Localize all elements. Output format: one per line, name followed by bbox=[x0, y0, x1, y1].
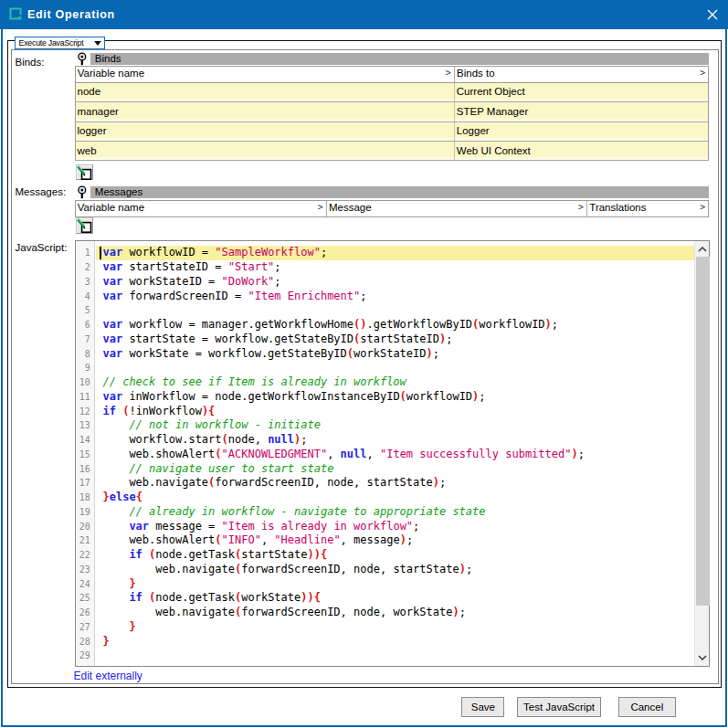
binds-to-cell: STEP Manager bbox=[457, 106, 528, 117]
operation-type-value: Execute JavaScript bbox=[19, 39, 84, 47]
operation-type-select[interactable]: Execute JavaScript bbox=[15, 37, 105, 49]
variable-name-cell: logger bbox=[78, 125, 107, 136]
column-sort-chevron-icon[interactable]: > bbox=[700, 68, 705, 78]
messages-pin-icon[interactable] bbox=[75, 185, 90, 200]
line-number: 21 bbox=[76, 533, 94, 548]
line-number: 3 bbox=[76, 275, 94, 290]
line-number: 22 bbox=[76, 548, 94, 563]
column-header[interactable]: Variable name > bbox=[76, 201, 327, 216]
line-number: 4 bbox=[76, 290, 94, 304]
code-line-15: web.showAlert("ACKNOWLEDGMENT", null, "I… bbox=[96, 448, 694, 462]
test-javascript-button[interactable]: Test JavaScript bbox=[517, 697, 601, 717]
column-header-label: Message bbox=[329, 202, 372, 213]
titlebar[interactable]: Edit Operation bbox=[0, 0, 728, 29]
dialog-title: Edit Operation bbox=[27, 8, 115, 21]
code-line-8: var workState = workflow.getStateByID(wo… bbox=[96, 347, 694, 362]
messages-edit-button[interactable] bbox=[76, 217, 93, 234]
binds-to-cell: Current Object bbox=[457, 86, 525, 97]
code-line-27: } bbox=[96, 620, 694, 635]
editor-code-area[interactable]: var workflowID = "SampleWorkflow";var st… bbox=[96, 241, 694, 666]
text-caret bbox=[100, 247, 101, 260]
close-icon bbox=[707, 9, 718, 20]
line-number: 14 bbox=[76, 433, 94, 448]
line-number: 25 bbox=[76, 591, 94, 606]
column-sort-chevron-icon[interactable]: > bbox=[446, 68, 451, 78]
line-number: 23 bbox=[76, 563, 94, 577]
javascript-label: JavaScript: bbox=[16, 242, 68, 253]
messages-column-headers: Variable name >Message >Translations > bbox=[75, 200, 709, 217]
code-line-7: var startState = workflow.getStateByID(s… bbox=[96, 332, 694, 347]
code-line-12: if (!inWorkflow){ bbox=[96, 405, 694, 419]
column-sort-chevron-icon[interactable]: > bbox=[318, 202, 323, 212]
code-line-13: // not in workflow - initiate bbox=[96, 418, 694, 433]
code-line-24: } bbox=[96, 577, 694, 592]
cancel-button[interactable]: Cancel bbox=[618, 697, 676, 717]
line-number: 5 bbox=[76, 303, 94, 318]
code-line-4: var forwardScreenID = "Item Enrichment"; bbox=[96, 290, 694, 304]
code-line-9 bbox=[96, 361, 694, 375]
column-sort-chevron-icon[interactable]: > bbox=[700, 202, 705, 212]
code-line-1: var workflowID = "SampleWorkflow"; bbox=[96, 246, 694, 260]
column-sort-chevron-icon[interactable]: > bbox=[578, 202, 584, 212]
code-line-14: workflow.start(node, null); bbox=[96, 433, 694, 448]
javascript-editor[interactable]: 1234567891011121314151617181920212223242… bbox=[75, 240, 710, 667]
window-border-left bbox=[1, 29, 3, 727]
messages-group-bar: Messages bbox=[90, 186, 709, 198]
binds-row-logger[interactable]: loggerLogger bbox=[75, 122, 709, 142]
code-line-20: var message = "Item is already in workfl… bbox=[96, 520, 694, 534]
code-line-23: web.navigate(forwardScreenID, node, star… bbox=[96, 563, 694, 577]
code-line-3: var workStateID = "DoWork"; bbox=[96, 275, 694, 290]
column-header[interactable]: Binds to > bbox=[455, 67, 708, 82]
line-number: 13 bbox=[76, 418, 94, 433]
window-border-bottom bbox=[1, 725, 727, 727]
code-line-2: var startStateID = "Start"; bbox=[96, 260, 694, 275]
column-header-label: Translations bbox=[589, 202, 646, 213]
binds-edit-button[interactable] bbox=[76, 164, 93, 181]
line-number: 2 bbox=[76, 260, 94, 275]
line-number: 11 bbox=[76, 390, 94, 405]
variable-name-cell: web bbox=[78, 145, 97, 156]
code-line-16: // navigate user to start state bbox=[96, 462, 694, 477]
column-header[interactable]: Variable name > bbox=[76, 67, 455, 82]
edit-operation-dialog: Edit Operation Execute JavaScript Binds:… bbox=[0, 0, 728, 728]
binds-to-cell: Logger bbox=[457, 125, 490, 136]
combo-dropdown-arrow-icon bbox=[94, 41, 101, 46]
scrollbar-up-icon[interactable] bbox=[698, 247, 707, 252]
line-number: 27 bbox=[76, 620, 94, 635]
code-line-11: var inWorkflow = node.getWorkflowInstanc… bbox=[96, 390, 694, 405]
line-number: 28 bbox=[76, 635, 94, 649]
column-header[interactable]: Translations > bbox=[588, 201, 709, 216]
code-line-5 bbox=[96, 303, 694, 318]
code-line-22: if (node.getTask(startState)){ bbox=[96, 548, 694, 563]
scrollbar-thumb[interactable] bbox=[696, 257, 710, 606]
binds-label: Binds: bbox=[16, 57, 45, 68]
code-line-26: web.navigate(forwardScreenID, node, work… bbox=[96, 606, 694, 620]
line-number: 24 bbox=[76, 577, 94, 592]
line-number: 26 bbox=[76, 606, 94, 620]
line-number: 20 bbox=[76, 520, 94, 534]
code-line-28: } bbox=[96, 635, 694, 649]
binds-pin-icon[interactable] bbox=[75, 51, 90, 66]
binds-row-web[interactable]: webWeb UI Context bbox=[75, 142, 709, 161]
save-button[interactable]: Save bbox=[461, 697, 504, 717]
line-number: 16 bbox=[76, 462, 94, 477]
column-header-label: Variable name bbox=[78, 202, 144, 213]
close-button[interactable] bbox=[700, 2, 725, 27]
app-icon bbox=[9, 7, 22, 20]
binds-row-manager[interactable]: managerSTEP Manager bbox=[75, 102, 709, 121]
line-number: 15 bbox=[76, 448, 94, 462]
code-line-21: web.showAlert("INFO", "Headline", messag… bbox=[96, 533, 694, 548]
edit-externally-link[interactable]: Edit externally bbox=[74, 670, 142, 682]
line-number: 8 bbox=[76, 347, 94, 362]
line-number: 1 bbox=[76, 246, 94, 260]
binds-row-node[interactable]: nodeCurrent Object bbox=[75, 83, 709, 102]
code-line-6: var workflow = manager.getWorkflowHome()… bbox=[96, 318, 694, 332]
scrollbar-down-icon[interactable] bbox=[698, 655, 707, 660]
variable-name-cell: manager bbox=[78, 106, 119, 117]
editor-vertical-scrollbar[interactable] bbox=[694, 241, 709, 666]
code-line-29 bbox=[96, 649, 694, 663]
column-header[interactable]: Message > bbox=[327, 201, 587, 216]
binds-to-cell: Web UI Context bbox=[457, 145, 531, 156]
line-number: 9 bbox=[76, 361, 94, 375]
binds-column-headers: Variable name >Binds to > bbox=[75, 66, 709, 83]
